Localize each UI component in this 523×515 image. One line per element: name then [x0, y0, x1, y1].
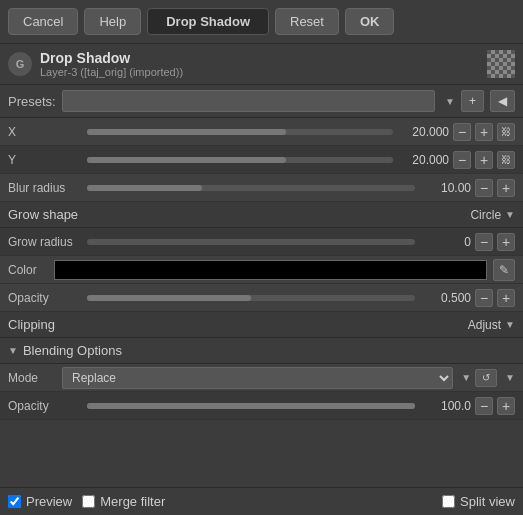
split-view-label: Split view [460, 494, 515, 509]
x-chain-button[interactable]: ⛓ [497, 123, 515, 141]
grow-radius-slider-track[interactable] [87, 239, 415, 245]
presets-row: Presets: ▼ + ◀ [0, 85, 523, 118]
filter-icon: G [8, 52, 32, 76]
grow-shape-arrow[interactable]: ▼ [505, 209, 515, 220]
preset-menu-button[interactable]: ◀ [490, 90, 515, 112]
mode-dropdown-arrow[interactable]: ▼ [461, 372, 471, 383]
color-row: Color ✎ [0, 256, 523, 284]
blend-opacity-plus-button[interactable]: + [497, 397, 515, 415]
y-label: Y [8, 153, 83, 167]
clipping-label: Clipping [8, 317, 468, 332]
ok-button[interactable]: OK [345, 8, 395, 35]
color-label: Color [8, 263, 48, 277]
clipping-row: Clipping Adjust ▼ [0, 312, 523, 338]
opacity-minus-button[interactable]: − [475, 289, 493, 307]
blur-radius-row: Blur radius 10.00 − + [0, 174, 523, 202]
split-view-checkbox-wrap[interactable]: Split view [442, 494, 515, 509]
x-value: 20.000 [397, 125, 449, 139]
blur-radius-value: 10.00 [419, 181, 471, 195]
y-slider-fill [87, 157, 286, 163]
grow-radius-value: 0 [419, 235, 471, 249]
blend-opacity-value: 100.0 [419, 399, 471, 413]
preview-checkbox[interactable] [8, 495, 21, 508]
x-plus-button[interactable]: + [475, 123, 493, 141]
y-chain-button[interactable]: ⛓ [497, 151, 515, 169]
blend-opacity-minus-button[interactable]: − [475, 397, 493, 415]
mode-reset-button[interactable]: ↺ [475, 369, 497, 387]
grow-shape-label: Grow shape [8, 207, 470, 222]
preview-thumbnail [487, 50, 515, 78]
preview-checkbox-wrap[interactable]: Preview [8, 494, 72, 509]
merge-filter-checkbox-wrap[interactable]: Merge filter [82, 494, 165, 509]
grow-radius-minus-button[interactable]: − [475, 233, 493, 251]
color-swatch[interactable] [54, 260, 487, 280]
blend-opacity-slider-track[interactable] [87, 403, 415, 409]
reset-button[interactable]: Reset [275, 8, 339, 35]
grow-radius-label: Grow radius [8, 235, 83, 249]
presets-label: Presets: [8, 94, 56, 109]
grow-radius-plus-button[interactable]: + [497, 233, 515, 251]
opacity-label: Opacity [8, 291, 83, 305]
blending-options-label: Blending Options [23, 343, 122, 358]
grow-radius-row: Grow radius 0 − + [0, 228, 523, 256]
y-value: 20.000 [397, 153, 449, 167]
blur-radius-label: Blur radius [8, 181, 83, 195]
grow-shape-value: Circle [470, 208, 501, 222]
mode-extra-arrow[interactable]: ▼ [505, 372, 515, 383]
split-view-checkbox[interactable] [442, 495, 455, 508]
blend-opacity-row: Opacity 100.0 − + [0, 392, 523, 420]
x-row: X 20.000 − + ⛓ [0, 118, 523, 146]
y-slider-track[interactable] [87, 157, 393, 163]
help-button[interactable]: Help [84, 8, 141, 35]
grow-shape-row: Grow shape Circle ▼ [0, 202, 523, 228]
blend-opacity-slider-fill [87, 403, 415, 409]
blur-slider-track[interactable] [87, 185, 415, 191]
presets-dropdown-arrow[interactable]: ▼ [445, 96, 455, 107]
x-slider-track[interactable] [87, 129, 393, 135]
title-button: Drop Shadow [147, 8, 269, 35]
blend-opacity-label: Opacity [8, 399, 83, 413]
toolbar: Cancel Help Drop Shadow Reset OK [0, 0, 523, 44]
merge-filter-checkbox[interactable] [82, 495, 95, 508]
cancel-button[interactable]: Cancel [8, 8, 78, 35]
x-slider-fill [87, 129, 286, 135]
color-edit-button[interactable]: ✎ [493, 259, 515, 281]
clipping-value: Adjust [468, 318, 501, 332]
bottom-bar: Preview Merge filter Split view [0, 487, 523, 515]
effect-title: Drop Shadow [40, 50, 479, 66]
y-row: Y 20.000 − + ⛓ [0, 146, 523, 174]
opacity-value: 0.500 [419, 291, 471, 305]
presets-select[interactable] [62, 90, 435, 112]
opacity-slider-fill [87, 295, 251, 301]
x-minus-button[interactable]: − [453, 123, 471, 141]
collapse-triangle-icon: ▼ [8, 345, 18, 356]
header-text: Drop Shadow Layer-3 ([taj_orig] (importe… [40, 50, 479, 78]
preview-label: Preview [26, 494, 72, 509]
x-label: X [8, 125, 83, 139]
merge-filter-label: Merge filter [100, 494, 165, 509]
opacity-row: Opacity 0.500 − + [0, 284, 523, 312]
y-minus-button[interactable]: − [453, 151, 471, 169]
blur-minus-button[interactable]: − [475, 179, 493, 197]
mode-row: Mode Replace ▼ ↺ ▼ [0, 364, 523, 392]
blur-slider-fill [87, 185, 202, 191]
layer-subtitle: Layer-3 ([taj_orig] (imported)) [40, 66, 479, 78]
opacity-slider-track[interactable] [87, 295, 415, 301]
blur-plus-button[interactable]: + [497, 179, 515, 197]
clipping-arrow[interactable]: ▼ [505, 319, 515, 330]
mode-label: Mode [8, 371, 58, 385]
opacity-plus-button[interactable]: + [497, 289, 515, 307]
header-row: G Drop Shadow Layer-3 ([taj_orig] (impor… [0, 44, 523, 85]
preset-add-button[interactable]: + [461, 90, 484, 112]
mode-select[interactable]: Replace [62, 367, 453, 389]
blending-options-header[interactable]: ▼ Blending Options [0, 338, 523, 364]
y-plus-button[interactable]: + [475, 151, 493, 169]
